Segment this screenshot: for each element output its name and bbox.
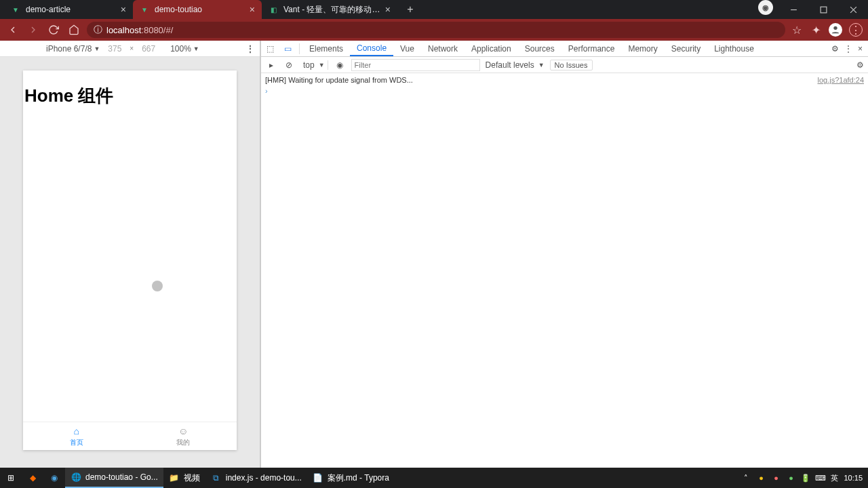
devtools-panel: ⬚ ▭ Elements Console Vue Network Applica… <box>260 41 868 468</box>
tabbar-item-home[interactable]: ⌂ 首页 <box>23 422 130 450</box>
url-input[interactable]: ⓘ localhost:8080/#/ <box>87 22 785 38</box>
taskbar-app[interactable]: 📁视频 <box>163 468 205 488</box>
vue-favicon-icon: ▼ <box>11 5 20 14</box>
settings-icon[interactable]: ⚙ <box>831 44 839 54</box>
touch-cursor-icon <box>152 281 163 291</box>
browser-tab[interactable]: ▼ demo-article × <box>4 0 133 19</box>
user-icon: ☺ <box>178 426 188 436</box>
page-title: Home 组件 <box>23 70 237 108</box>
live-expression-icon[interactable]: ◉ <box>334 60 346 70</box>
device-height[interactable]: 667 <box>138 44 159 54</box>
chevron-up-icon[interactable]: ˄ <box>741 473 751 483</box>
start-button[interactable]: ⊞ <box>0 468 22 488</box>
url-port: :8080 <box>141 25 163 35</box>
svg-point-4 <box>833 26 837 30</box>
url-host: localhost <box>106 25 141 35</box>
battery-icon[interactable]: 🔋 <box>801 473 810 483</box>
prompt-icon: › <box>265 87 268 95</box>
tab-console[interactable]: Console <box>350 41 393 56</box>
device-preview-panel: iPhone 6/7/8▼ 375 × 667 100%▼ ⋮ Home 组件 … <box>0 41 260 468</box>
windows-taskbar: ⊞ ◆ ◉ 🌐demo-toutiao - Go... 📁视频 ⧉index.j… <box>0 468 868 488</box>
forward-button[interactable] <box>26 22 41 37</box>
devtools-tabs: ⬚ ▭ Elements Console Vue Network Applica… <box>261 41 868 57</box>
tab-memory[interactable]: Memory <box>621 41 664 56</box>
clear-console-icon[interactable]: ⊘ <box>283 60 295 70</box>
device-toolbar: iPhone 6/7/8▼ 375 × 667 100%▼ ⋮ <box>0 41 260 57</box>
tab-vue[interactable]: Vue <box>393 41 421 56</box>
profile-icon[interactable]: ◉ <box>758 0 773 15</box>
taskbar-label: index.js - demo-tou... <box>226 473 302 483</box>
filter-input[interactable] <box>351 59 480 71</box>
tab-security[interactable]: Security <box>665 41 707 56</box>
log-source-link[interactable]: log.js?1afd:24 <box>818 76 865 84</box>
tabbar-item-mine[interactable]: ☺ 我的 <box>130 422 237 450</box>
issues-badge[interactable]: No Issues <box>550 60 593 70</box>
device-canvas: Home 组件 ⌂ 首页 ☺ 我的 <box>0 57 260 468</box>
browser-tab[interactable]: ▼ demo-toutiao × <box>133 0 262 19</box>
clock[interactable]: 10:15 <box>844 474 863 482</box>
bookmark-icon[interactable]: ☆ <box>791 24 803 36</box>
console-toolbar: ▸ ⊘ top▼ ◉ Default levels▼ No Issues ⚙ <box>261 57 868 73</box>
tab-lighthouse[interactable]: Lighthouse <box>707 41 761 56</box>
home-icon: ⌂ <box>74 426 79 436</box>
close-icon[interactable]: × <box>385 4 391 15</box>
ime-indicator[interactable]: 英 <box>831 473 838 483</box>
device-frame[interactable]: Home 组件 ⌂ 首页 ☺ 我的 <box>23 70 237 450</box>
log-line: [HMR] Waiting for update signal from WDS… <box>265 75 864 85</box>
tab-sources[interactable]: Sources <box>518 41 561 56</box>
console-settings-icon[interactable]: ⚙ <box>856 60 864 70</box>
close-icon[interactable]: × <box>250 4 255 15</box>
maximize-button[interactable] <box>808 0 838 19</box>
taskbar-label: demo-toutiao - Go... <box>85 472 158 482</box>
app-tabbar: ⌂ 首页 ☺ 我的 <box>23 422 237 450</box>
vue-favicon-icon: ▼ <box>140 5 149 14</box>
new-tab-button[interactable]: + <box>401 1 419 18</box>
close-icon[interactable]: × <box>121 4 126 15</box>
console-output[interactable]: [HMR] Waiting for update signal from WDS… <box>261 73 868 468</box>
svg-rect-1 <box>821 7 827 13</box>
sidebar-toggle-icon[interactable]: ▸ <box>265 60 277 70</box>
tab-network[interactable]: Network <box>421 41 465 56</box>
tab-application[interactable]: Application <box>465 41 518 56</box>
device-width[interactable]: 375 <box>104 44 125 54</box>
user-avatar[interactable] <box>829 23 842 37</box>
device-menu-button[interactable]: ⋮ <box>246 44 254 54</box>
context-select[interactable]: top▼ <box>300 60 328 70</box>
tab-title: demo-toutiao <box>155 5 245 14</box>
close-window-button[interactable] <box>838 0 868 19</box>
reload-button[interactable] <box>46 22 61 37</box>
taskbar-app[interactable]: 🌐demo-toutiao - Go... <box>65 468 163 488</box>
zoom-select[interactable]: 100%▼ <box>170 44 199 54</box>
taskbar-label: 视频 <box>184 472 200 484</box>
tray-icon[interactable]: ● <box>786 473 795 483</box>
taskbar-label: 案例.md - Typora <box>328 472 389 484</box>
browser-menu-button[interactable]: ⋮ <box>849 23 863 37</box>
back-button[interactable] <box>5 22 20 37</box>
info-icon: ⓘ <box>94 24 102 36</box>
home-button[interactable] <box>66 22 81 37</box>
system-tray: ˄ ● ● ● 🔋 ⌨ 英 10:15 <box>741 473 868 483</box>
taskbar-app[interactable]: 📄案例.md - Typora <box>307 468 395 488</box>
tab-elements[interactable]: Elements <box>302 41 350 56</box>
tabbar-label: 我的 <box>176 438 190 447</box>
close-devtools-icon[interactable]: × <box>858 44 863 54</box>
browser-tab[interactable]: ◧ Vant - 轻量、可靠的移动端组件 × <box>262 0 397 19</box>
taskbar-app[interactable]: ◉ <box>43 468 65 488</box>
minimize-button[interactable] <box>778 0 808 19</box>
log-levels-select[interactable]: Default levels▼ <box>486 60 545 70</box>
more-icon[interactable]: ⋮ <box>844 44 852 54</box>
device-toggle-icon[interactable]: ▭ <box>279 44 296 54</box>
dim-separator: × <box>130 45 134 52</box>
tab-performance[interactable]: Performance <box>561 41 622 56</box>
keyboard-icon[interactable]: ⌨ <box>816 473 825 483</box>
tray-icon[interactable]: ● <box>756 473 766 483</box>
tab-title: demo-article <box>26 5 117 14</box>
tray-icon[interactable]: ● <box>771 473 781 483</box>
device-select[interactable]: iPhone 6/7/8▼ <box>46 44 100 54</box>
taskbar-app[interactable]: ◆ <box>22 468 43 488</box>
taskbar-app[interactable]: ⧉index.js - demo-tou... <box>205 468 307 488</box>
extensions-icon[interactable]: ✦ <box>810 24 822 36</box>
tab-strip: ▼ demo-article × ▼ demo-toutiao × ◧ Vant… <box>0 0 868 19</box>
address-bar: ⓘ localhost:8080/#/ ☆ ✦ ⋮ <box>0 19 868 41</box>
inspect-icon[interactable]: ⬚ <box>261 44 279 54</box>
